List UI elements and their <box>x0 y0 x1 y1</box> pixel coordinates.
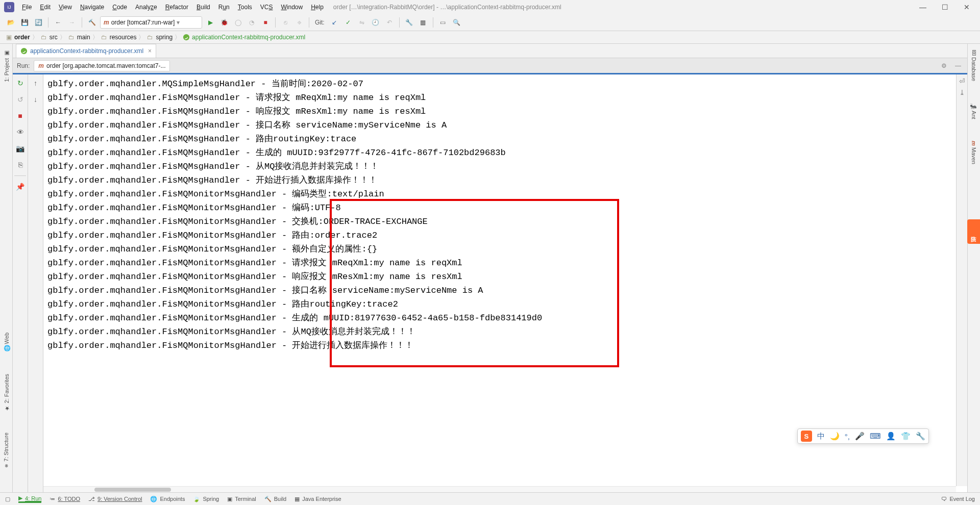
rerun-failed-button[interactable]: ↺ <box>15 94 26 105</box>
menu-file[interactable]: File <box>18 2 35 13</box>
profile-button[interactable]: ◔ <box>246 17 257 28</box>
status-todo[interactable]: ≔ 6: TODO <box>50 496 80 502</box>
settings-button[interactable]: 🔧 <box>404 17 415 28</box>
crumb-file[interactable]: applicationContext-rabbitmq-producer.xml <box>183 34 305 41</box>
ime-settings-icon[interactable]: 🔧 <box>916 432 925 441</box>
save-all-button[interactable]: 💾 <box>19 17 30 28</box>
status-terminal[interactable]: ▣ Terminal <box>227 496 256 502</box>
menu-edit[interactable]: Edit <box>36 2 54 13</box>
stop-process-button[interactable]: ■ <box>15 110 26 121</box>
scroll-down-button[interactable]: ↓ <box>30 94 41 105</box>
run-anything-button[interactable]: ▭ <box>437 17 449 28</box>
search-everywhere-button[interactable]: 🔍 <box>451 17 462 28</box>
pin-button[interactable]: 📌 <box>15 181 26 192</box>
left-tab-project[interactable]: 1: Project ▣ <box>2 47 11 85</box>
horizontal-scrollbar[interactable] <box>43 486 956 492</box>
run-config-tab-label: order [org.apache.tomcat.maven:tomcat7-.… <box>46 62 165 69</box>
right-tab-database[interactable]: 🗄 Database <box>970 47 978 84</box>
run-label: Run: <box>17 62 30 69</box>
nav-back-button[interactable]: ← <box>53 17 64 28</box>
left-tab-favorites[interactable]: ★ 2: Favorites <box>2 371 11 415</box>
status-spring[interactable]: 🍃 Spring <box>193 496 219 502</box>
left-tool-gutter: 1: Project ▣ 🌐 Web ★ 2: Favorites ⎈ 7: S… <box>0 44 13 492</box>
menu-code[interactable]: Code <box>109 2 131 13</box>
rerun-button[interactable]: ↻ <box>15 78 26 89</box>
menu-analyze[interactable]: Analyze <box>132 2 161 13</box>
menu-view[interactable]: View <box>55 2 76 13</box>
status-toolwindows-button[interactable]: ▢ <box>5 496 10 502</box>
crumb-src[interactable]: 🗀src <box>40 34 58 41</box>
editor-tab-active[interactable]: applicationContext-rabbitmq-producer.xml… <box>16 44 156 58</box>
menu-navigate[interactable]: Navigate <box>77 2 108 13</box>
debug-button[interactable]: 🐞 <box>218 17 230 28</box>
status-endpoints[interactable]: 🌐 Endpoints <box>150 496 185 502</box>
crumb-spring[interactable]: 🗀spring <box>146 34 173 41</box>
close-button[interactable]: ✕ <box>964 3 970 11</box>
vcs-history-button[interactable]: 🕘 <box>370 17 381 28</box>
attach-button[interactable]: ⎋ <box>280 17 291 28</box>
left-tab-structure[interactable]: ⎈ 7: Structure <box>2 430 10 472</box>
side-badge[interactable]: 防疫 <box>967 219 980 244</box>
exit-button[interactable]: ⎘ <box>15 159 26 170</box>
run-config-tab[interactable]: m order [org.apache.tomcat.maven:tomcat7… <box>34 60 170 71</box>
console-output[interactable]: gblfy.order.mqhandler.MQSimpleMsgHandler… <box>43 74 956 486</box>
right-tab-ant[interactable]: 🐜 Ant <box>970 99 978 122</box>
crumb-main[interactable]: 🗀main <box>68 34 90 41</box>
menu-build[interactable]: Build <box>193 2 214 13</box>
ime-lang-icon[interactable]: 中 <box>817 432 825 441</box>
ime-mic-icon[interactable]: 🎤 <box>855 432 865 441</box>
status-build[interactable]: 🔨 Build <box>264 496 286 502</box>
ime-keyboard-icon[interactable]: ⌨ <box>870 432 881 441</box>
crumb-resources[interactable]: 🗀resources <box>101 34 137 41</box>
console-line: gblfy.order.mqhandler.FisMQMonitorMsgHan… <box>47 201 956 215</box>
show-button[interactable]: 👁 <box>15 127 26 138</box>
vcs-update-button[interactable]: ↙ <box>329 17 340 28</box>
sync-button[interactable]: 🔄 <box>33 17 44 28</box>
build-button[interactable]: 🔨 <box>86 17 97 28</box>
soft-wrap-button[interactable]: ⏎ <box>959 77 965 85</box>
status-eventlog[interactable]: 🗨 Event Log <box>941 496 975 502</box>
crumb-order[interactable]: ▣order <box>5 34 30 41</box>
open-button[interactable]: 📂 <box>5 17 16 28</box>
ime-skin-icon[interactable]: 👕 <box>901 432 911 441</box>
project-structure-button[interactable]: ▦ <box>418 17 429 28</box>
close-tab-button[interactable]: × <box>148 47 152 55</box>
status-javaee[interactable]: ▦ Java Enterprise <box>295 496 341 502</box>
vcs-commit-button[interactable]: ✓ <box>342 17 354 28</box>
chevron-right-icon: 〉 <box>60 33 66 42</box>
status-vcs[interactable]: ⎇ 9: Version Control <box>88 496 142 502</box>
vcs-diff-button[interactable]: ⇋ <box>356 17 368 28</box>
menu-tools[interactable]: Tools <box>234 2 256 13</box>
ime-user-icon[interactable]: 👤 <box>886 432 896 441</box>
menu-vcs[interactable]: VCS <box>257 2 277 13</box>
ime-moon-icon[interactable]: 🌙 <box>830 432 840 441</box>
status-run[interactable]: ▶ 4: Run <box>18 495 41 503</box>
vcs-revert-button[interactable]: ↶ <box>384 17 395 28</box>
menubar: IJ File Edit View Navigate Code Analyze … <box>0 0 980 14</box>
minimize-button[interactable]: — <box>919 3 926 11</box>
menu-refactor[interactable]: Refactor <box>162 2 192 13</box>
run-hide-button[interactable]: — <box>953 61 963 70</box>
ime-toolbar[interactable]: S 中 🌙 °, 🎤 ⌨ 👤 👕 🔧 <box>797 428 929 444</box>
right-tab-maven[interactable]: m Maven <box>970 138 978 167</box>
menu-run[interactable]: Run <box>215 2 233 13</box>
attach2-button[interactable]: ⎆ <box>293 17 305 28</box>
run-config-selector[interactable]: m order [tomcat7:run-war] ▾ <box>100 16 202 29</box>
menu-window[interactable]: Window <box>277 2 306 13</box>
run-settings-button[interactable]: ⚙ <box>939 61 949 70</box>
menu-help[interactable]: Help <box>307 2 327 13</box>
run-button[interactable]: ▶ <box>205 17 216 28</box>
run-side-toolbar-2: ↑ ↓ <box>28 74 43 492</box>
console-line: gblfy.order.mqhandler.FisMQMonitorMsgHan… <box>47 187 956 201</box>
stop-button[interactable]: ■ <box>260 17 271 28</box>
maximize-button[interactable]: ☐ <box>942 3 948 11</box>
nav-forward-button[interactable]: → <box>66 17 78 28</box>
scroll-up-button[interactable]: ↑ <box>30 78 41 89</box>
coverage-button[interactable]: ◯ <box>232 17 243 28</box>
maven-icon: m <box>38 62 44 69</box>
dump-threads-button[interactable]: 📷 <box>15 143 26 154</box>
console-line: gblfy.order.mqhandler.FisMQMonitorMsgHan… <box>47 339 956 352</box>
scroll-to-end-button[interactable]: ⤓ <box>959 88 965 96</box>
ime-punct-icon[interactable]: °, <box>845 432 850 441</box>
left-tab-web[interactable]: 🌐 Web <box>2 330 11 355</box>
